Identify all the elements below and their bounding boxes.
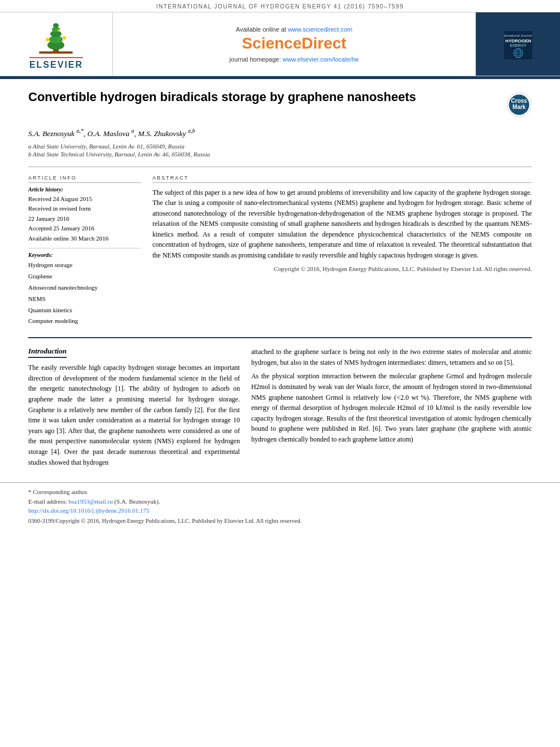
email-label: E-mail address: bbox=[28, 498, 68, 505]
svg-rect-6 bbox=[39, 51, 73, 54]
abstract-text: The subject of this paper is a new idea … bbox=[152, 187, 532, 274]
banner-center: Available online at www.sciencedirect.co… bbox=[113, 12, 475, 76]
abstract-column: ABSTRACT The subject of this paper is a … bbox=[152, 175, 532, 327]
copyright-notice: Copyright © 2016, Hydrogen Energy Public… bbox=[152, 264, 532, 274]
accepted-date: Accepted 25 January 2016 bbox=[28, 224, 141, 234]
svg-point-7 bbox=[46, 38, 49, 41]
doi-link[interactable]: http://dx.doi.org/10.1016/j.ijhydene.201… bbox=[28, 507, 150, 514]
journal-header: INTERNATIONAL JOURNAL OF HYDROGEN ENERGY… bbox=[0, 0, 560, 12]
keywords-list: Hydrogen storage Graphene Attosecond nan… bbox=[28, 260, 141, 327]
affiliation-b: b Altai State Technical University, Barn… bbox=[28, 151, 532, 158]
intro-para-1: The easily reversible high capacity hydr… bbox=[28, 362, 240, 468]
svg-point-8 bbox=[63, 36, 66, 40]
banner: ELSEVIER Available online at www.science… bbox=[0, 12, 560, 76]
article-header: Convertible hydrogen biradicals storage … bbox=[0, 79, 560, 123]
svg-text:International Journal of: International Journal of bbox=[504, 34, 532, 37]
keyword-2: Graphene bbox=[28, 271, 141, 282]
section-divider bbox=[28, 167, 532, 167]
body-left-column: Introduction The easily reversible high … bbox=[28, 347, 240, 471]
available-online-date: Available online 30 March 2016 bbox=[28, 234, 141, 244]
info-divider bbox=[28, 248, 141, 248]
journal-cover-icon: International Journal of HYDROGEN ENERGY bbox=[504, 31, 532, 59]
email-link[interactable]: bsa1953@mail.ru bbox=[68, 498, 112, 505]
email-suffix: (S.A. Beznosyuk). bbox=[113, 498, 160, 505]
issn-line: 0360-3199/Copyright © 2016, Hydrogen Ene… bbox=[28, 518, 532, 524]
received-revised-label: Received in revised form bbox=[28, 204, 141, 214]
body-right-column: attached to the graphene surface is bein… bbox=[251, 347, 532, 471]
intro-para-right-1: attached to the graphene surface is bein… bbox=[251, 347, 532, 368]
body-content: Introduction The easily reversible high … bbox=[0, 338, 560, 477]
elsevier-logo: ELSEVIER bbox=[29, 18, 83, 70]
received-date: Received 24 August 2015 bbox=[28, 194, 141, 204]
elsevier-wordmark: ELSEVIER bbox=[29, 57, 83, 70]
abstract-heading: ABSTRACT bbox=[152, 175, 532, 183]
keyword-5: Quantum kinetics bbox=[28, 305, 141, 316]
journal-badge: International Journal of HYDROGEN ENERGY bbox=[504, 29, 532, 59]
article-info-column: ARTICLE INFO Article history: Received 2… bbox=[28, 175, 141, 327]
footer-area: * Corresponding author. E-mail address: … bbox=[0, 482, 560, 527]
keyword-1: Hydrogen storage bbox=[28, 260, 141, 271]
svg-text:Cross: Cross bbox=[511, 98, 527, 104]
svg-text:HYDROGEN: HYDROGEN bbox=[505, 38, 531, 43]
journal-badge-area: International Journal of HYDROGEN ENERGY bbox=[475, 12, 560, 76]
svg-text:ENERGY: ENERGY bbox=[510, 43, 527, 47]
affiliation-a: a Altai State University, Barnaul, Lenin… bbox=[28, 143, 532, 150]
doi-line: http://dx.doi.org/10.1016/j.ijhydene.201… bbox=[28, 506, 532, 516]
info-abstract-section: ARTICLE INFO Article history: Received 2… bbox=[0, 171, 560, 332]
sciencedirect-link[interactable]: www.sciencedirect.com bbox=[288, 26, 352, 33]
elsevier-logo-area: ELSEVIER bbox=[0, 12, 113, 76]
svg-text:Mark: Mark bbox=[513, 104, 526, 110]
crossmark-badge-icon[interactable]: Cross Mark bbox=[506, 92, 532, 117]
keyword-6: Computer modeling bbox=[28, 316, 141, 327]
article-title: Convertible hydrogen biradicals storage … bbox=[28, 89, 416, 106]
introduction-heading: Introduction bbox=[28, 347, 67, 358]
available-online-text: Available online at www.sciencedirect.co… bbox=[236, 26, 352, 33]
corresponding-author-note: * Corresponding author. E-mail address: … bbox=[28, 487, 532, 506]
journal-homepage: journal homepage: www.elsevier.com/locat… bbox=[229, 56, 358, 63]
article-dates: Received 24 August 2015 Received in revi… bbox=[28, 194, 141, 244]
article-info-heading: ARTICLE INFO bbox=[28, 175, 141, 183]
affiliations-section: a Altai State University, Barnaul, Lenin… bbox=[0, 141, 560, 163]
corresponding-author-label: * Corresponding author. bbox=[28, 488, 89, 495]
authors-section: S.A. Beznosyuk a,*, O.A. Maslova a, M.S.… bbox=[0, 123, 560, 141]
svg-point-9 bbox=[58, 29, 60, 32]
revised-date: 22 January 2016 bbox=[28, 214, 141, 224]
keyword-3: Attosecond nanotechnology bbox=[28, 282, 141, 294]
abstract-paragraph: The subject of this paper is a new idea … bbox=[152, 187, 532, 261]
homepage-link[interactable]: www.elsevier.com/locate/he bbox=[283, 56, 359, 63]
svg-point-5 bbox=[53, 23, 59, 28]
introduction-text-left: The easily reversible high capacity hydr… bbox=[28, 362, 240, 468]
keywords-label: Keywords: bbox=[28, 252, 141, 258]
keyword-4: NEMS bbox=[28, 294, 141, 305]
sciencedirect-logo: ScienceDirect bbox=[242, 34, 346, 53]
introduction-text-right: attached to the graphene surface is bein… bbox=[251, 347, 532, 444]
elsevier-tree-icon bbox=[30, 18, 81, 55]
article-history-label: Article history: bbox=[28, 186, 141, 193]
intro-para-right-2: As the physical sorption interaction bet… bbox=[251, 371, 532, 444]
